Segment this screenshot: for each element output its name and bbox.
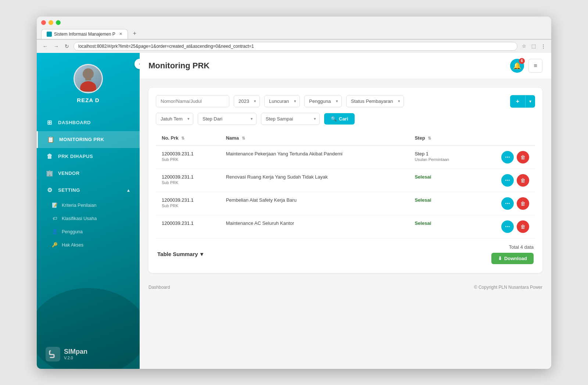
- sidebar-sub-label-hak-akses: Hak Akses: [62, 242, 83, 248]
- back-btn[interactable]: ←: [41, 43, 49, 50]
- year-select[interactable]: 2023 2022 2021: [234, 95, 260, 107]
- forward-btn[interactable]: →: [52, 43, 60, 50]
- filter-row-1: 2023 2022 2021 Luncuran: [156, 95, 535, 108]
- kriteria-penilaian-icon: 📝: [51, 202, 58, 209]
- luncuran-select-wrapper: Luncuran: [264, 95, 300, 107]
- sidebar-item-kriteria-penilaian[interactable]: 📝 Kriteria Penilaian: [37, 199, 140, 212]
- minimize-traffic-btn[interactable]: [49, 20, 53, 25]
- page-footer: Dashboard © Copyright PLN Nusantara Powe…: [140, 282, 551, 293]
- sidebar: ‹ REZA D ⊞ DASHBOA: [37, 53, 140, 369]
- detail-button[interactable]: ···: [501, 220, 514, 233]
- pengguna-select-wrapper: Pengguna: [304, 95, 342, 107]
- table-summary-button[interactable]: Table Summary ▾: [157, 251, 203, 258]
- sidebar-item-hak-akses[interactable]: 🔑 Hak Akses: [37, 238, 140, 252]
- sidebar-item-dashboard[interactable]: ⊞ DASHBOARD: [37, 114, 140, 131]
- td-nama: Maintenance Pekerjaan Yang Tertunda Akib…: [220, 145, 409, 169]
- sidebar-sub-label-pengguna: Pengguna: [62, 229, 83, 234]
- sort-icon-nama: ⇅: [242, 136, 245, 141]
- col-header-nama[interactable]: Nama ⇅: [220, 131, 409, 145]
- more-icon[interactable]: ⋮: [539, 43, 547, 50]
- step-sampai-select-wrapper: Step Sampai: [261, 113, 320, 125]
- download-button[interactable]: ⬇ Download: [491, 253, 534, 264]
- delete-button[interactable]: 🗑: [517, 197, 529, 210]
- sort-icon-step: ⇅: [428, 136, 431, 141]
- sidebar-item-pengguna[interactable]: 👤 Pengguna: [37, 225, 140, 238]
- search-input[interactable]: [156, 95, 229, 107]
- search-icon: 🔍: [331, 116, 337, 122]
- add-dropdown-button[interactable]: ▾: [525, 95, 535, 108]
- sidebar-item-prk-dihapus-label: PRK DIHAPUS: [58, 154, 93, 159]
- sidebar-item-vendor[interactable]: 🏢 VENDOR: [37, 165, 140, 182]
- detail-button[interactable]: ···: [501, 197, 514, 210]
- delete-button[interactable]: 🗑: [517, 174, 529, 187]
- tab-close-icon[interactable]: ✕: [119, 32, 122, 36]
- sidebar-item-monitoring-prk[interactable]: 📋 MONITORING PRK: [37, 131, 140, 148]
- sidebar-brand: SIMpan V.2.0: [37, 339, 140, 369]
- sub-prk-label: Sub PRK: [162, 180, 178, 185]
- sidebar-sub-label-klasifikasi: Klasifikasi Usaha: [62, 216, 97, 221]
- step-dari-select[interactable]: Step Dari: [198, 113, 257, 125]
- delete-button[interactable]: 🗑: [517, 151, 529, 163]
- hak-akses-icon: 🔑: [51, 242, 58, 248]
- col-header-no-prk[interactable]: No. Prk ⇅: [156, 131, 220, 145]
- step-sub-label: Usulan Permintaan: [415, 157, 449, 162]
- detail-button[interactable]: ···: [501, 174, 514, 187]
- table-summary-chevron-icon: ▾: [200, 251, 203, 258]
- td-step: Step 1Usulan Permintaan: [409, 145, 477, 169]
- address-bar[interactable]: [74, 42, 517, 51]
- sidebar-profile: REZA D: [37, 53, 140, 111]
- step-dari-select-wrapper: Step Dari: [198, 113, 257, 125]
- new-tab-button[interactable]: +: [129, 28, 140, 39]
- detail-button[interactable]: ···: [501, 151, 514, 163]
- sort-icon-no-prk: ⇅: [181, 136, 184, 141]
- sub-prk-label: Sub PRK: [162, 157, 178, 162]
- add-main-button[interactable]: +: [510, 95, 525, 108]
- sidebar-item-prk-dihapus[interactable]: 🗑 PRK DIHAPUS: [37, 148, 140, 165]
- td-actions: ··· 🗑: [477, 192, 535, 215]
- luncuran-select[interactable]: Luncuran: [264, 95, 300, 107]
- table-summary-label: Table Summary: [157, 251, 198, 257]
- jatuh-tempo-select[interactable]: Jatuh Tem: [156, 113, 193, 125]
- status-pembayaran-select[interactable]: Status Pembayaran: [346, 95, 404, 107]
- td-actions: ··· 🗑: [477, 215, 535, 238]
- step-label: Step 1: [415, 151, 429, 156]
- status-selesai: Selesai: [415, 174, 431, 180]
- table-footer: Table Summary ▾ Total 4 data ⬇ Download: [156, 238, 535, 266]
- reload-btn[interactable]: ↻: [63, 43, 71, 50]
- header-actions: 🔔 6 ≡: [510, 59, 542, 73]
- sidebar-item-klasifikasi-usaha[interactable]: 🏷 Klasifikasi Usaha: [37, 212, 140, 225]
- page-title: Monitoring PRK: [148, 61, 209, 71]
- col-header-step[interactable]: Step ⇅: [409, 131, 477, 145]
- td-nama: Maintenance AC Seluruh Kantor: [220, 215, 409, 238]
- td-nama: Pembelian Alat Safety Kerja Baru: [220, 192, 409, 215]
- delete-button[interactable]: 🗑: [517, 220, 529, 233]
- pengguna-select[interactable]: Pengguna: [304, 95, 342, 107]
- brand-name: SIMpan: [64, 348, 87, 356]
- avatar: [74, 64, 103, 93]
- step-sampai-select[interactable]: Step Sampai: [261, 113, 320, 125]
- td-nama: Renovasi Ruang Kerja Yang Sudah Tidak La…: [220, 169, 409, 192]
- search-button[interactable]: 🔍 Cari: [324, 113, 355, 125]
- setting-expand-icon: ▲: [126, 188, 131, 193]
- close-traffic-btn[interactable]: [41, 20, 46, 25]
- sidebar-item-dashboard-label: DASHBOARD: [58, 120, 91, 125]
- sidebar-nav: ⊞ DASHBOARD 📋 MONITORING PRK 🗑 PRK DIHAP…: [37, 111, 140, 339]
- total-data-label: Total 4 data: [509, 244, 534, 250]
- menu-button[interactable]: ≡: [528, 59, 542, 73]
- maximize-traffic-btn[interactable]: [56, 20, 61, 25]
- notification-button[interactable]: 🔔 6: [510, 59, 524, 73]
- action-btns: ··· 🗑: [483, 151, 529, 163]
- copyright: © Copyright PLN Nusantara Power: [474, 285, 542, 290]
- year-select-wrapper: 2023 2022 2021: [234, 95, 260, 107]
- td-no-prk: 1200039.231.1Sub PRK: [156, 169, 220, 192]
- action-btns: ··· 🗑: [483, 197, 529, 210]
- sidebar-item-setting[interactable]: ⚙ SETTING ▲: [37, 182, 140, 199]
- pengguna-icon: 👤: [51, 229, 58, 235]
- td-step: Selesai: [409, 215, 477, 238]
- td-no-prk: 1200039.231.1Sub PRK: [156, 145, 220, 169]
- sidebar-item-monitoring-prk-label: MONITORING PRK: [59, 137, 104, 142]
- jatuh-tempo-select-wrapper: Jatuh Tem: [156, 113, 193, 125]
- download-button-label: Download: [504, 256, 527, 261]
- add-button-group: + ▾: [510, 95, 535, 108]
- browser-tab[interactable]: Sistem Informasi Manajemen P ✕: [41, 29, 128, 39]
